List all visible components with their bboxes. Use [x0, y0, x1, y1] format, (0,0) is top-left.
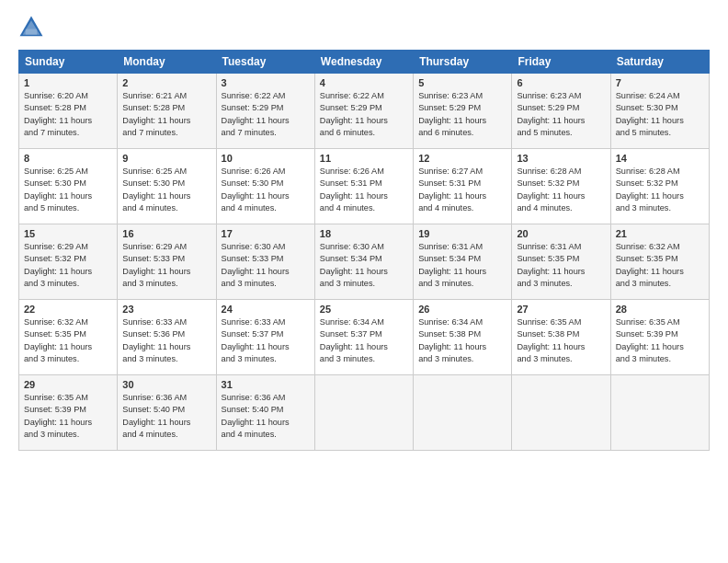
calendar-week-3: 15Sunrise: 6:29 AMSunset: 5:32 PMDayligh…	[19, 224, 710, 300]
day-info: Sunrise: 6:34 AMSunset: 5:37 PMDaylight:…	[320, 316, 408, 365]
day-number: 10	[222, 153, 310, 164]
calendar-cell: 21Sunrise: 6:32 AMSunset: 5:35 PMDayligh…	[610, 224, 709, 300]
day-info: Sunrise: 6:26 AMSunset: 5:31 PMDaylight:…	[320, 166, 408, 214]
day-number: 27	[517, 304, 605, 315]
day-number: 21	[616, 228, 704, 239]
calendar-cell: 12Sunrise: 6:27 AMSunset: 5:31 PMDayligh…	[414, 149, 512, 224]
day-number: 15	[24, 228, 112, 239]
calendar-cell: 22Sunrise: 6:32 AMSunset: 5:35 PMDayligh…	[19, 300, 118, 375]
day-info: Sunrise: 6:32 AMSunset: 5:35 PMDaylight:…	[24, 316, 112, 365]
calendar-cell: 14Sunrise: 6:28 AMSunset: 5:32 PMDayligh…	[610, 149, 709, 224]
day-number: 29	[24, 379, 112, 390]
calendar-cell: 26Sunrise: 6:34 AMSunset: 5:38 PMDayligh…	[414, 300, 512, 375]
calendar-cell: 25Sunrise: 6:34 AMSunset: 5:37 PMDayligh…	[314, 300, 413, 375]
day-number: 24	[222, 304, 310, 315]
day-header-wednesday: Wednesday	[314, 51, 413, 74]
day-header-thursday: Thursday	[414, 51, 512, 74]
day-info: Sunrise: 6:35 AMSunset: 5:39 PMDaylight:…	[24, 392, 112, 441]
calendar-week-1: 1Sunrise: 6:20 AMSunset: 5:28 PMDaylight…	[19, 74, 710, 149]
day-info: Sunrise: 6:21 AMSunset: 5:28 PMDaylight:…	[122, 90, 210, 139]
calendar-cell: 7Sunrise: 6:24 AMSunset: 5:30 PMDaylight…	[610, 74, 709, 149]
day-info: Sunrise: 6:31 AMSunset: 5:34 PMDaylight:…	[418, 241, 506, 290]
day-header-tuesday: Tuesday	[216, 51, 314, 74]
day-info: Sunrise: 6:28 AMSunset: 5:32 PMDaylight:…	[517, 166, 605, 214]
calendar-cell: 20Sunrise: 6:31 AMSunset: 5:35 PMDayligh…	[512, 224, 610, 300]
day-header-monday: Monday	[118, 51, 216, 74]
day-number: 7	[616, 77, 704, 88]
day-info: Sunrise: 6:23 AMSunset: 5:29 PMDaylight:…	[517, 90, 605, 139]
day-info: Sunrise: 6:22 AMSunset: 5:29 PMDaylight:…	[222, 90, 310, 139]
calendar-cell: 30Sunrise: 6:36 AMSunset: 5:40 PMDayligh…	[118, 375, 216, 451]
calendar-cell: 11Sunrise: 6:26 AMSunset: 5:31 PMDayligh…	[314, 149, 413, 224]
day-number: 28	[616, 304, 704, 315]
day-number: 11	[320, 153, 408, 164]
day-header-friday: Friday	[512, 51, 610, 74]
calendar-cell: 19Sunrise: 6:31 AMSunset: 5:34 PMDayligh…	[414, 224, 512, 300]
calendar-cell: 6Sunrise: 6:23 AMSunset: 5:29 PMDaylight…	[512, 74, 610, 149]
day-info: Sunrise: 6:32 AMSunset: 5:35 PMDaylight:…	[616, 241, 704, 290]
calendar-cell: 13Sunrise: 6:28 AMSunset: 5:32 PMDayligh…	[512, 149, 610, 224]
calendar-cell: 16Sunrise: 6:29 AMSunset: 5:33 PMDayligh…	[118, 224, 216, 300]
day-info: Sunrise: 6:35 AMSunset: 5:39 PMDaylight:…	[616, 316, 704, 365]
day-info: Sunrise: 6:25 AMSunset: 5:30 PMDaylight:…	[122, 166, 210, 214]
calendar-cell: 5Sunrise: 6:23 AMSunset: 5:29 PMDaylight…	[414, 74, 512, 149]
day-info: Sunrise: 6:36 AMSunset: 5:40 PMDaylight:…	[122, 392, 210, 441]
calendar-cell: 4Sunrise: 6:22 AMSunset: 5:29 PMDaylight…	[314, 74, 413, 149]
day-number: 9	[122, 153, 210, 164]
calendar-cell: 17Sunrise: 6:30 AMSunset: 5:33 PMDayligh…	[216, 224, 314, 300]
day-info: Sunrise: 6:30 AMSunset: 5:33 PMDaylight:…	[222, 241, 310, 290]
calendar-week-4: 22Sunrise: 6:32 AMSunset: 5:35 PMDayligh…	[19, 300, 710, 375]
day-info: Sunrise: 6:28 AMSunset: 5:32 PMDaylight:…	[616, 166, 704, 214]
day-number: 8	[24, 153, 112, 164]
calendar-cell: 28Sunrise: 6:35 AMSunset: 5:39 PMDayligh…	[610, 300, 709, 375]
calendar-cell	[610, 375, 709, 451]
day-info: Sunrise: 6:23 AMSunset: 5:29 PMDaylight:…	[418, 90, 506, 139]
day-number: 1	[24, 77, 112, 88]
day-header-saturday: Saturday	[610, 51, 709, 74]
day-info: Sunrise: 6:25 AMSunset: 5:30 PMDaylight:…	[24, 166, 112, 214]
calendar-week-5: 29Sunrise: 6:35 AMSunset: 5:39 PMDayligh…	[19, 375, 710, 451]
calendar-cell: 8Sunrise: 6:25 AMSunset: 5:30 PMDaylight…	[19, 149, 118, 224]
day-info: Sunrise: 6:34 AMSunset: 5:38 PMDaylight:…	[418, 316, 506, 365]
calendar-cell	[414, 375, 512, 451]
day-number: 23	[122, 304, 210, 315]
calendar-cell: 31Sunrise: 6:36 AMSunset: 5:40 PMDayligh…	[216, 375, 314, 451]
header	[18, 15, 710, 40]
day-number: 12	[418, 153, 506, 164]
day-info: Sunrise: 6:29 AMSunset: 5:32 PMDaylight:…	[24, 241, 112, 290]
calendar-cell	[512, 375, 610, 451]
calendar-week-2: 8Sunrise: 6:25 AMSunset: 5:30 PMDaylight…	[19, 149, 710, 224]
day-info: Sunrise: 6:35 AMSunset: 5:38 PMDaylight:…	[517, 316, 605, 365]
calendar-cell: 10Sunrise: 6:26 AMSunset: 5:30 PMDayligh…	[216, 149, 314, 224]
calendar-cell: 2Sunrise: 6:21 AMSunset: 5:28 PMDaylight…	[118, 74, 216, 149]
day-header-sunday: Sunday	[19, 51, 118, 74]
day-info: Sunrise: 6:27 AMSunset: 5:31 PMDaylight:…	[418, 166, 506, 214]
calendar-cell: 3Sunrise: 6:22 AMSunset: 5:29 PMDaylight…	[216, 74, 314, 149]
day-number: 13	[517, 153, 605, 164]
day-number: 30	[122, 379, 210, 390]
day-number: 14	[616, 153, 704, 164]
logo	[18, 15, 48, 40]
day-number: 16	[122, 228, 210, 239]
calendar-cell: 27Sunrise: 6:35 AMSunset: 5:38 PMDayligh…	[512, 300, 610, 375]
day-number: 19	[418, 228, 506, 239]
calendar-cell: 24Sunrise: 6:33 AMSunset: 5:37 PMDayligh…	[216, 300, 314, 375]
day-number: 6	[517, 77, 605, 88]
day-number: 5	[418, 77, 506, 88]
day-number: 26	[418, 304, 506, 315]
day-number: 31	[222, 379, 310, 390]
calendar-cell: 15Sunrise: 6:29 AMSunset: 5:32 PMDayligh…	[19, 224, 118, 300]
calendar-cell	[314, 375, 413, 451]
day-info: Sunrise: 6:31 AMSunset: 5:35 PMDaylight:…	[517, 241, 605, 290]
logo-icon	[18, 15, 44, 40]
calendar-cell: 1Sunrise: 6:20 AMSunset: 5:28 PMDaylight…	[19, 74, 118, 149]
calendar-header-row: SundayMondayTuesdayWednesdayThursdayFrid…	[19, 51, 710, 74]
calendar-cell: 9Sunrise: 6:25 AMSunset: 5:30 PMDaylight…	[118, 149, 216, 224]
day-info: Sunrise: 6:20 AMSunset: 5:28 PMDaylight:…	[24, 90, 112, 139]
day-number: 4	[320, 77, 408, 88]
day-info: Sunrise: 6:24 AMSunset: 5:30 PMDaylight:…	[616, 90, 704, 139]
svg-rect-2	[26, 29, 37, 35]
day-info: Sunrise: 6:30 AMSunset: 5:34 PMDaylight:…	[320, 241, 408, 290]
page: SundayMondayTuesdayWednesdayThursdayFrid…	[0, 0, 728, 563]
day-info: Sunrise: 6:29 AMSunset: 5:33 PMDaylight:…	[122, 241, 210, 290]
